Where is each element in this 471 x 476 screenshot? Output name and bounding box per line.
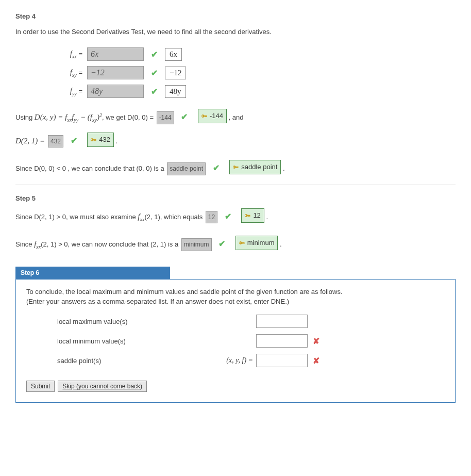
text: Since D(2, 1) > 0, we must also examine — [15, 213, 138, 221]
step4-intro: In order to use the Second Derivatives T… — [15, 26, 456, 38]
second-derivative-row: fxx =6x✔6x — [15, 46, 456, 62]
period: . — [266, 213, 268, 221]
step6-box: To conclude, the local maximum and minim… — [15, 279, 456, 403]
type21-input[interactable]: minimum — [181, 238, 212, 251]
step4-title: Step 4 — [15, 12, 456, 20]
answer-row: saddle point(s)(x, y, f) =✘ — [26, 354, 445, 367]
answer-row: local minimum value(s)✘ — [26, 334, 445, 348]
step6-intro1: To conclude, the local maximum and minim… — [26, 288, 445, 296]
text: , and — [229, 113, 244, 121]
fxx21-key: 12 — [241, 208, 264, 223]
text: Since — [15, 240, 34, 248]
derivative-answer: −12 — [165, 67, 186, 79]
type21-key: minimum — [236, 236, 278, 250]
d00-type-input[interactable]: saddle point — [167, 162, 206, 175]
step4-conclusion-line: Since D(0, 0) < 0 , we can conclude that… — [15, 160, 456, 175]
answer-label: local maximum value(s) — [26, 318, 207, 325]
answer-row: local maximum value(s) — [26, 315, 445, 328]
submit-button[interactable]: Submit — [26, 381, 55, 392]
period: . — [116, 137, 118, 145]
check-icon: ✔ — [213, 161, 220, 175]
key-icon — [244, 212, 251, 219]
answer-prefix: (x, y, f) = — [207, 356, 256, 365]
step4-d21-line: D(2, 1) = 432 ✔ 432 . — [15, 133, 456, 148]
answer-input[interactable] — [256, 315, 308, 328]
answer-text: -144 — [210, 110, 223, 122]
step6-title-bar: Step 6 — [15, 267, 170, 279]
check-icon: ✔ — [151, 50, 158, 59]
derivative-answer: 6x — [165, 48, 182, 61]
fxx21-input[interactable]: 12 — [206, 211, 217, 223]
answer-text: saddle point — [241, 161, 277, 173]
key-icon — [238, 239, 245, 247]
text: , we get D(0, 0) = — [102, 113, 156, 121]
step6-intro2: (Enter your answers as a comma-separated… — [26, 298, 445, 305]
period: . — [283, 165, 285, 172]
sub: xx — [67, 117, 72, 123]
text: (2, 1) > 0, we can now conclude that (2,… — [41, 240, 180, 248]
second-derivative-row: fxy =−12✔−12 — [15, 64, 456, 81]
math: D(2, 1) = — [15, 137, 47, 145]
answer-label: local minimum value(s) — [26, 337, 207, 345]
answer-input[interactable] — [256, 354, 308, 367]
cross-icon: ✘ — [313, 356, 319, 366]
check-icon: ✔ — [225, 209, 231, 223]
derivative-answer: 48y — [165, 85, 186, 98]
derivative-label: fxx = — [57, 50, 82, 59]
derivative-input[interactable]: 6x — [87, 47, 144, 61]
step4-d-formula-line: Using D(x, y) = fxxfyy − (fxy)2, we get … — [15, 109, 456, 124]
math: D(x, y) = f — [35, 113, 67, 121]
text: (2, 1), which equals — [144, 213, 204, 221]
sub: xx — [36, 244, 41, 250]
answer-text: 432 — [99, 134, 110, 145]
derivative-input[interactable]: −12 — [87, 66, 144, 79]
answer-text: 12 — [253, 210, 260, 221]
step5-line2: Since fxx(2, 1) > 0, we can now conclude… — [15, 236, 456, 251]
text: Since D(0, 0) < 0 , we can conclude that… — [15, 165, 166, 172]
d00-answer-key: -144 — [198, 109, 227, 123]
key-icon — [232, 163, 239, 171]
derivative-label: fyy = — [57, 87, 82, 96]
answer-input[interactable] — [256, 334, 308, 348]
key-icon — [90, 136, 97, 143]
second-derivative-row: fyy =48y✔48y — [15, 83, 456, 100]
cross-icon: ✘ — [313, 336, 319, 346]
sub: yy — [74, 117, 78, 123]
check-icon: ✔ — [151, 87, 158, 96]
step5-title: Step 5 — [15, 194, 456, 202]
derivative-label: fxy = — [57, 68, 82, 78]
divider — [15, 185, 456, 185]
answer-label: saddle point(s) — [26, 357, 207, 365]
step5-line1: Since D(2, 1) > 0, we must also examine … — [15, 208, 456, 224]
check-icon: ✔ — [218, 237, 225, 251]
d21-answer-key: 432 — [87, 133, 114, 147]
check-icon: ✔ — [71, 134, 77, 147]
math: − (f — [78, 113, 92, 121]
d00-type-key: saddle point — [229, 160, 281, 174]
answer-text: minimum — [247, 237, 275, 249]
period: . — [280, 240, 282, 248]
d00-input[interactable]: -144 — [157, 111, 174, 124]
sub: xy — [92, 117, 97, 123]
text: Using — [15, 113, 35, 121]
derivative-input[interactable]: 48y — [87, 85, 144, 98]
key-icon — [200, 112, 208, 120]
check-icon: ✔ — [181, 110, 188, 124]
skip-button[interactable]: Skip (you cannot come back) — [58, 381, 147, 392]
d21-input[interactable]: 432 — [48, 135, 63, 147]
check-icon: ✔ — [151, 68, 158, 78]
